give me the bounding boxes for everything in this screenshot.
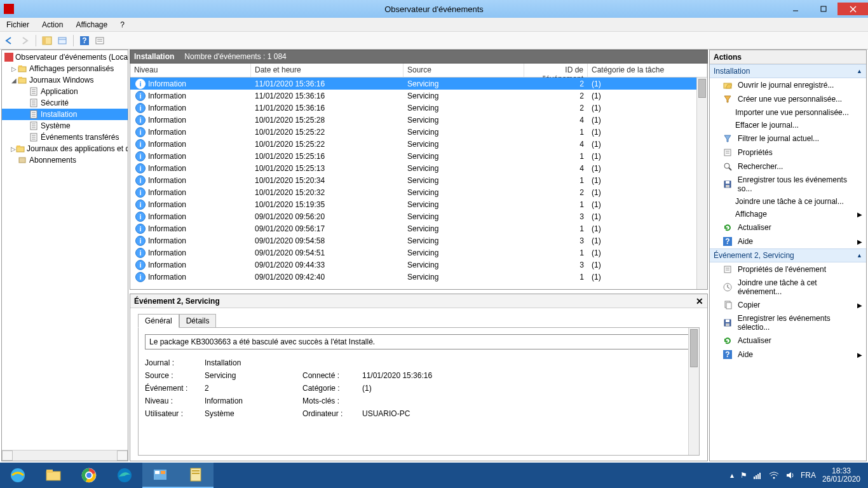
back-button[interactable] (3, 34, 17, 48)
actions-group-event[interactable]: Événement 2, Servicing▲ (710, 248, 866, 262)
menu-file[interactable]: Fichier (0, 20, 36, 29)
event-row[interactable]: iInformation10/01/2020 15:25:28Servicing… (130, 114, 707, 126)
svg-point-45 (724, 163, 729, 168)
event-row[interactable]: iInformation09/01/2020 09:54:58Servicing… (130, 234, 707, 247)
tree-item[interactable]: Installation (2, 109, 128, 120)
actions-group-log[interactable]: Installation▲ (710, 64, 866, 78)
tree-item[interactable]: Abonnements (2, 154, 128, 166)
close-button[interactable] (837, 3, 868, 15)
minimize-button[interactable] (782, 3, 810, 15)
event-row[interactable]: iInformation11/01/2020 15:36:16Servicing… (130, 90, 707, 102)
action-item[interactable]: ?Aide▶ (710, 348, 866, 362)
tree-item[interactable]: Sécurité (2, 97, 128, 109)
action-item[interactable]: Enregistrer les événements sélectio... (710, 312, 866, 334)
event-id: 4 (524, 116, 588, 125)
col-id[interactable]: ID de l'événement (524, 64, 588, 77)
svg-rect-16 (18, 78, 26, 83)
event-row[interactable]: iInformation10/01/2020 15:19:35Servicing… (130, 198, 707, 210)
forward-button[interactable] (18, 34, 32, 48)
action-item[interactable]: Actualiser (710, 334, 866, 348)
tree-item[interactable]: Événements transférés (2, 132, 128, 143)
col-category[interactable]: Catégorie de la tâche (588, 64, 707, 77)
toolbar: ? (0, 32, 868, 50)
event-level: Information (148, 273, 186, 281)
menu-help[interactable]: ? (114, 20, 131, 29)
filter-toolbar-button[interactable] (93, 34, 107, 48)
action-item[interactable]: Ouvrir le journal enregistré... (710, 78, 866, 92)
help-toolbar-button[interactable]: ? (78, 34, 92, 48)
event-row[interactable]: iInformation10/01/2020 15:25:13Servicing… (130, 162, 707, 174)
taskbar-ie[interactable] (0, 463, 36, 488)
taskbar-explorer[interactable] (36, 463, 71, 488)
menu-display[interactable]: Affichage (69, 20, 114, 29)
tray-up-icon[interactable]: ▴ (730, 471, 734, 480)
tree-item[interactable]: ▷Journaux des applications et des servic… (2, 143, 128, 154)
taskbar-controlpanel[interactable] (142, 463, 178, 488)
action-item[interactable]: Effacer le journal... (710, 119, 866, 132)
action-item[interactable]: Affichage▶ (710, 208, 866, 220)
section-title: Installation (134, 52, 174, 61)
menu-action[interactable]: Action (36, 20, 69, 29)
properties-toolbar-button[interactable] (55, 34, 69, 48)
event-row[interactable]: iInformation10/01/2020 15:25:22Servicing… (130, 126, 707, 138)
col-source[interactable]: Source (403, 64, 524, 77)
event-row[interactable]: iInformation09/01/2020 09:56:20Servicing… (130, 210, 707, 222)
col-date[interactable]: Date et heure (251, 64, 403, 77)
tree-item[interactable]: Application (2, 86, 128, 97)
event-cat: (1) (588, 104, 707, 112)
action-item[interactable]: Joindre une tâche à cet événement... (710, 276, 866, 298)
action-item[interactable]: Filtrer le journal actuel... (710, 132, 866, 146)
event-row[interactable]: iInformation09/01/2020 09:42:40Servicing… (130, 271, 707, 283)
network-icon[interactable] (754, 471, 763, 480)
taskbar-chrome[interactable] (71, 463, 107, 488)
event-row[interactable]: iInformation10/01/2020 15:25:22Servicing… (130, 138, 707, 150)
grid-header: Niveau Date et heure Source ID de l'évén… (130, 64, 707, 78)
maximize-button[interactable] (810, 3, 837, 15)
tree-item-label: Abonnements (29, 156, 76, 165)
value-journal: Installation (205, 358, 300, 367)
detail-scrollbar[interactable] (688, 328, 699, 455)
wifi-icon[interactable] (769, 471, 779, 479)
volume-icon[interactable] (785, 471, 794, 480)
action-item[interactable]: Copier▶ (710, 298, 866, 312)
tab-general[interactable]: Général (138, 314, 179, 328)
detail-close-button[interactable]: ✕ (696, 296, 703, 306)
action-item[interactable]: Joindre une tâche à ce journal... (710, 195, 866, 208)
action-item[interactable]: Importer une vue personnalisée... (710, 106, 866, 119)
tree-item[interactable]: ▷Affichages personnalisés (2, 63, 128, 74)
event-row[interactable]: iInformation10/01/2020 15:20:32Servicing… (130, 186, 707, 198)
grid-scrollbar[interactable] (696, 78, 707, 289)
action-item[interactable]: Rechercher... (710, 159, 866, 173)
tree-item[interactable]: Système (2, 120, 128, 132)
taskbar-eventviewer[interactable] (178, 463, 214, 488)
tray-lang[interactable]: FRA (801, 471, 816, 480)
event-row[interactable]: iInformation10/01/2020 15:25:16Servicing… (130, 150, 707, 162)
action-item[interactable]: Créer une vue personnalisée... (710, 92, 866, 106)
tray-clock[interactable]: 18:33 26/01/2020 (822, 467, 860, 484)
tree-pane: Observateur d'événements (Local) ▷Affich… (1, 50, 128, 461)
event-row[interactable]: iInformation10/01/2020 15:20:34Servicing… (130, 174, 707, 186)
tree-item[interactable]: ◢Journaux Windows (2, 74, 128, 86)
event-date: 10/01/2020 15:20:34 (251, 176, 403, 185)
event-source: Servicing (403, 224, 524, 233)
action-item[interactable]: Enregistrer tous les événements so... (710, 173, 866, 195)
event-id: 1 (524, 200, 588, 209)
event-level: Information (148, 116, 186, 125)
event-row[interactable]: iInformation09/01/2020 09:44:33Servicing… (130, 259, 707, 271)
event-row[interactable]: iInformation09/01/2020 09:56:17Servicing… (130, 222, 707, 234)
show-tree-button[interactable] (40, 34, 54, 48)
event-row[interactable]: iInformation11/01/2020 15:36:16Servicing… (130, 78, 707, 90)
tab-details[interactable]: Détails (179, 314, 217, 328)
action-item[interactable]: Actualiser (710, 220, 866, 234)
taskbar-edge[interactable] (107, 463, 142, 488)
action-item[interactable]: Propriétés de l'événement (710, 262, 866, 276)
tree-scrollbar[interactable] (2, 450, 128, 461)
event-date: 09/01/2020 09:54:51 (251, 248, 403, 257)
flag-icon[interactable]: ⚑ (740, 471, 747, 480)
action-item[interactable]: ?Aide▶ (710, 234, 866, 248)
event-row[interactable]: iInformation11/01/2020 15:36:16Servicing… (130, 102, 707, 114)
col-level[interactable]: Niveau (130, 64, 251, 77)
action-item[interactable]: Propriétés (710, 146, 866, 159)
tree-root[interactable]: Observateur d'événements (Local) (2, 51, 128, 63)
event-row[interactable]: iInformation09/01/2020 09:54:51Servicing… (130, 247, 707, 259)
